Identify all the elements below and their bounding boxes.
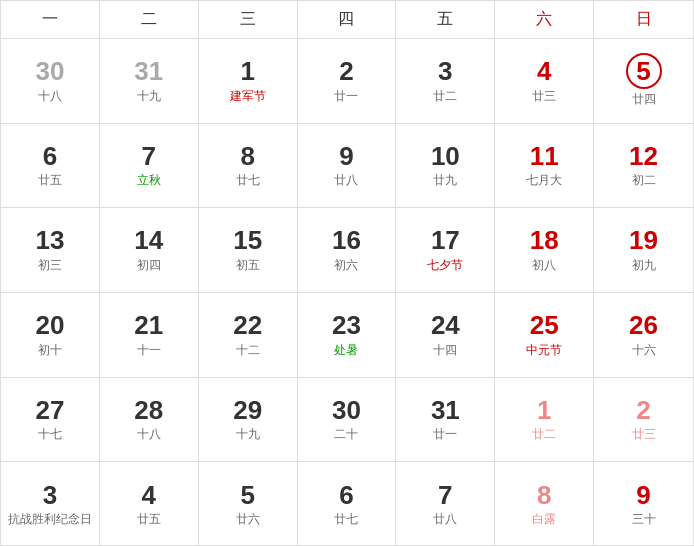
day-cell-w3d3[interactable]: 23处暑 <box>298 293 397 378</box>
day-cell-w3d6[interactable]: 26十六 <box>594 293 693 378</box>
day-cell-w4d0[interactable]: 27十七 <box>1 378 100 463</box>
day-cell-w5d1[interactable]: 4廿五 <box>100 462 199 546</box>
day-number: 26 <box>629 311 658 340</box>
day-cell-w0d4[interactable]: 3廿二 <box>396 39 495 124</box>
day-number: 1 <box>240 57 254 86</box>
header-day-4: 五 <box>396 1 495 38</box>
day-number: 25 <box>530 311 559 340</box>
day-cell-w5d4[interactable]: 7廿八 <box>396 462 495 546</box>
day-sub: 三十 <box>632 511 656 528</box>
header-day-3: 四 <box>298 1 397 38</box>
day-sub: 初十 <box>38 342 62 359</box>
day-sub: 廿二 <box>532 426 556 443</box>
day-number: 10 <box>431 142 460 171</box>
day-number: 5 <box>240 481 254 510</box>
day-sub: 十四 <box>433 342 457 359</box>
day-number: 24 <box>431 311 460 340</box>
day-cell-w1d0[interactable]: 6廿五 <box>1 124 100 209</box>
day-sub: 廿四 <box>632 91 656 108</box>
day-number: 8 <box>537 481 551 510</box>
day-cell-w3d1[interactable]: 21十一 <box>100 293 199 378</box>
day-number: 31 <box>134 57 163 86</box>
day-number: 28 <box>134 396 163 425</box>
day-sub: 十六 <box>632 342 656 359</box>
day-cell-w4d1[interactable]: 28十八 <box>100 378 199 463</box>
day-sub: 七月大 <box>526 172 562 189</box>
day-cell-w2d5[interactable]: 18初八 <box>495 208 594 293</box>
day-cell-w2d0[interactable]: 13初三 <box>1 208 100 293</box>
day-cell-w3d2[interactable]: 22十二 <box>199 293 298 378</box>
day-sub: 廿一 <box>433 426 457 443</box>
day-cell-w0d3[interactable]: 2廿一 <box>298 39 397 124</box>
day-cell-w1d5[interactable]: 11七月大 <box>495 124 594 209</box>
day-number: 2 <box>636 396 650 425</box>
day-number: 31 <box>431 396 460 425</box>
day-number: 14 <box>134 226 163 255</box>
day-cell-w0d6[interactable]: 5廿四 <box>594 39 693 124</box>
day-sub: 初五 <box>236 257 260 274</box>
day-cell-w1d2[interactable]: 8廿七 <box>199 124 298 209</box>
day-sub: 白露 <box>532 511 556 528</box>
day-cell-w0d5[interactable]: 4廿三 <box>495 39 594 124</box>
day-sub: 二十 <box>334 426 358 443</box>
day-cell-w1d6[interactable]: 12初二 <box>594 124 693 209</box>
day-number: 11 <box>530 142 559 171</box>
day-sub: 十九 <box>137 88 161 105</box>
day-cell-w2d4[interactable]: 17七夕节 <box>396 208 495 293</box>
day-sub: 初六 <box>334 257 358 274</box>
day-number: 3 <box>43 481 57 510</box>
day-cell-w1d4[interactable]: 10廿九 <box>396 124 495 209</box>
day-sub: 初四 <box>137 257 161 274</box>
day-number: 19 <box>629 226 658 255</box>
day-number: 7 <box>438 481 452 510</box>
day-cell-w0d2[interactable]: 1建军节 <box>199 39 298 124</box>
calendar-body: 30十八31十九1建军节2廿一3廿二4廿三5廿四6廿五7立秋8廿七9廿八10廿九… <box>1 39 693 546</box>
day-number: 18 <box>530 226 559 255</box>
day-number: 2 <box>339 57 353 86</box>
day-number: 22 <box>233 311 262 340</box>
day-sub: 廿二 <box>433 88 457 105</box>
day-cell-w4d4[interactable]: 31廿一 <box>396 378 495 463</box>
day-sub: 十七 <box>38 426 62 443</box>
day-cell-w4d3[interactable]: 30二十 <box>298 378 397 463</box>
today-number: 5 <box>626 53 662 89</box>
day-cell-w1d3[interactable]: 9廿八 <box>298 124 397 209</box>
day-sub: 廿五 <box>38 172 62 189</box>
day-sub: 廿七 <box>334 511 358 528</box>
header-day-1: 二 <box>100 1 199 38</box>
day-cell-w4d2[interactable]: 29十九 <box>199 378 298 463</box>
day-number: 23 <box>332 311 361 340</box>
day-sub: 廿三 <box>632 426 656 443</box>
day-cell-w4d5[interactable]: 1廿二 <box>495 378 594 463</box>
day-cell-w2d3[interactable]: 16初六 <box>298 208 397 293</box>
day-sub: 十九 <box>236 426 260 443</box>
day-cell-w5d3[interactable]: 6廿七 <box>298 462 397 546</box>
day-sub: 廿八 <box>334 172 358 189</box>
day-number: 30 <box>332 396 361 425</box>
day-sub: 初三 <box>38 257 62 274</box>
day-sub: 抗战胜利纪念日 <box>8 511 92 528</box>
day-number: 9 <box>636 481 650 510</box>
day-cell-w5d0[interactable]: 3抗战胜利纪念日 <box>1 462 100 546</box>
day-sub: 廿七 <box>236 172 260 189</box>
day-cell-w0d0[interactable]: 30十八 <box>1 39 100 124</box>
day-cell-w1d1[interactable]: 7立秋 <box>100 124 199 209</box>
day-cell-w5d6[interactable]: 9三十 <box>594 462 693 546</box>
day-sub: 廿九 <box>433 172 457 189</box>
day-cell-w5d2[interactable]: 5廿六 <box>199 462 298 546</box>
day-sub: 初二 <box>632 172 656 189</box>
day-cell-w4d6[interactable]: 2廿三 <box>594 378 693 463</box>
day-cell-w5d5[interactable]: 8白露 <box>495 462 594 546</box>
day-sub: 十一 <box>137 342 161 359</box>
day-cell-w2d2[interactable]: 15初五 <box>199 208 298 293</box>
day-cell-w0d1[interactable]: 31十九 <box>100 39 199 124</box>
day-sub: 初八 <box>532 257 556 274</box>
day-number: 7 <box>142 142 156 171</box>
day-cell-w2d1[interactable]: 14初四 <box>100 208 199 293</box>
day-sub: 初九 <box>632 257 656 274</box>
day-cell-w3d4[interactable]: 24十四 <box>396 293 495 378</box>
day-cell-w2d6[interactable]: 19初九 <box>594 208 693 293</box>
day-sub: 中元节 <box>526 342 562 359</box>
day-cell-w3d0[interactable]: 20初十 <box>1 293 100 378</box>
day-cell-w3d5[interactable]: 25中元节 <box>495 293 594 378</box>
